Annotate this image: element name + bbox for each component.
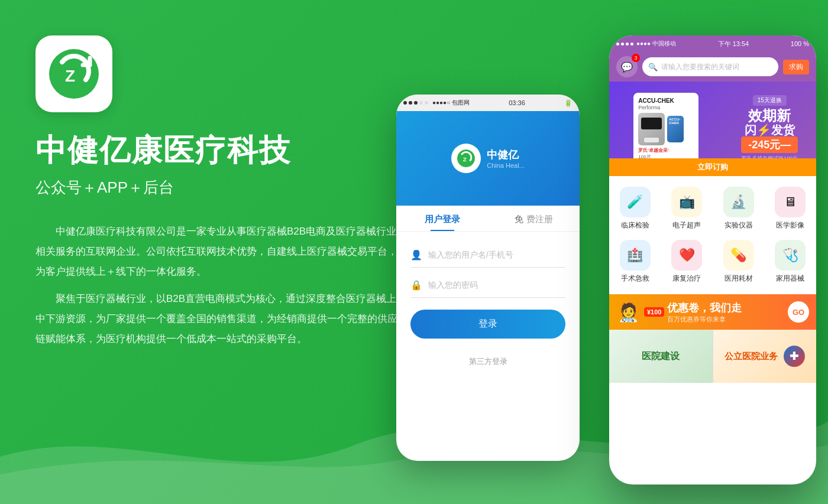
- meter-slot: [644, 138, 659, 142]
- front-status-bar: ●●●● 中国移动 下午 13:54 100 %: [609, 35, 816, 52]
- signal-dot-3: [414, 101, 418, 105]
- company-title: 中健亿康医疗科技: [35, 130, 402, 171]
- login-tabs: 用户登录 免 费注册: [396, 206, 580, 232]
- third-party-login: 第三方登录: [410, 356, 565, 367]
- back-carrier: ●●●●○ 包图网: [432, 99, 470, 107]
- login-body: 👤 输入您的用户名/手机号 🔒 输入您的密码 登录 第三方登录: [396, 232, 580, 379]
- coupon-go-button[interactable]: GO: [788, 301, 809, 323]
- phone-main-app: ●●●● 中国移动 下午 13:54 100 % 💬 3 🔍 请输入您要搜索的关…: [609, 35, 816, 485]
- back-company-sub: China Heal...: [487, 162, 525, 169]
- category-label: 实验仪器: [724, 220, 753, 230]
- user-icon: 👤: [410, 249, 422, 261]
- signal-dots: ●●●●○ 包图网: [403, 99, 470, 107]
- front-nav-bar: 💬 3 🔍 请输入您要搜索的关键词 求购: [609, 52, 816, 82]
- hospital-construction-card[interactable]: 医院建设: [609, 330, 713, 383]
- back-header: Z 中健亿 China Heal...: [396, 111, 580, 206]
- signal-dot-2: [409, 101, 412, 105]
- search-bar[interactable]: 🔍 请输入您要搜索的关键词: [642, 57, 778, 76]
- product-banner: ACCU-CHEK Performa: [609, 82, 816, 176]
- category-icon: 📺: [671, 187, 702, 217]
- category-icon: 🔬: [723, 187, 754, 217]
- signal-2: [621, 43, 624, 45]
- category-icon: 🧪: [620, 187, 651, 217]
- company-subtitle: 公众号＋APP＋后台: [35, 177, 402, 198]
- tab-user-login[interactable]: 用户登录: [396, 206, 488, 231]
- svg-text:Z: Z: [463, 156, 467, 162]
- front-battery: 100 %: [791, 40, 809, 47]
- product-items: [638, 113, 665, 145]
- phones-container: ●●●●○ 包图网 03:36 🔋 Z 中健亿 China Heal...: [384, 0, 828, 504]
- password-placeholder[interactable]: 输入您的密码: [428, 280, 478, 291]
- seek-buy-button[interactable]: 求购: [783, 60, 809, 74]
- promo-title: 效期新: [748, 108, 791, 123]
- signal-1: [616, 43, 619, 45]
- coupon-banner[interactable]: 🧑‍⚕️ ¥100 优惠卷，我们走 百万优惠券等你来拿 GO: [609, 294, 816, 330]
- back-battery: 🔋: [564, 99, 573, 107]
- front-carrier: ●●●● 中国移动: [636, 40, 676, 48]
- accu-chek-products: ACCU-CHEK: [638, 113, 694, 145]
- strip-label: ACCU-CHEK: [667, 116, 684, 126]
- back-logo-svg: Z: [457, 149, 476, 168]
- lock-icon: 🔒: [410, 279, 422, 291]
- category-item[interactable]: 🧪临床检验: [609, 182, 661, 235]
- order-now-button[interactable]: 立即订购: [609, 158, 816, 176]
- category-item[interactable]: 💊医用耗材: [713, 235, 765, 288]
- tab-register-label: 免: [515, 214, 523, 224]
- category-icon: 💊: [723, 240, 754, 271]
- test-strip-items: ACCU-CHEK: [667, 113, 684, 145]
- username-input-row: 👤 输入您的用户名/手机号: [410, 243, 565, 268]
- category-icon: 🏥: [620, 240, 651, 271]
- coupon-character: 🧑‍⚕️: [617, 302, 639, 323]
- desc-para-2: 聚焦于医疗器械行业，以B2B直营电商模式为核心，通过深度整合医疗器械上中下游资源…: [35, 289, 402, 349]
- category-item[interactable]: 🏥手术急救: [609, 235, 661, 288]
- tab-register[interactable]: 免 费注册: [488, 206, 580, 231]
- category-item[interactable]: 📺电子超声: [661, 182, 713, 235]
- coupon-y100: ¥100: [644, 307, 664, 317]
- password-input-row: 🔒 输入您的密码: [410, 274, 565, 298]
- promo-exchange-badge: 15天退换: [753, 95, 787, 106]
- search-icon: 🔍: [648, 63, 658, 71]
- chat-button[interactable]: 💬 3: [616, 56, 638, 77]
- category-item[interactable]: 🖥医学影像: [765, 182, 817, 235]
- category-label: 手术急救: [621, 274, 649, 284]
- category-item[interactable]: ❤️康复治疗: [661, 235, 713, 288]
- search-placeholder: 请输入您要搜索的关键词: [661, 62, 739, 72]
- signal-dot-1: [403, 101, 407, 105]
- promo-title-text: 效期新: [748, 108, 791, 123]
- tab-register-suffix: 费注册: [526, 214, 553, 224]
- signal-dot-5: [425, 101, 428, 105]
- front-signal: ●●●● 中国移动: [616, 40, 676, 48]
- category-icon: 🖥: [775, 187, 806, 217]
- left-content-area: Z 中健亿康医疗科技 公众号＋APP＋后台 中健亿康医疗科技有限公司是一家专业从…: [35, 35, 402, 356]
- back-logo-row: Z 中健亿 China Heal...: [451, 144, 525, 173]
- company-logo-svg: Z: [47, 47, 101, 100]
- accu-chek-brand: ACCU-CHEK: [638, 97, 694, 105]
- meter-screen: [641, 118, 662, 129]
- categories-grid: 🧪临床检验📺电子超声🔬实验仪器🖥医学影像🏥手术急救❤️康复治疗💊医用耗材🩺家用器…: [609, 176, 816, 294]
- accu-chek-tag1: 罗氏'卓越金采': [638, 147, 694, 154]
- back-logo: Z: [451, 144, 481, 173]
- coupon-text-area: 优惠卷，我们走 百万优惠券等你来拿: [667, 301, 742, 324]
- category-label: 家用器械: [776, 274, 804, 284]
- accu-chek-box: ACCU-CHEK Performa: [633, 93, 698, 165]
- test-strip-box: ACCU-CHEK: [667, 116, 684, 142]
- back-company-name: 中健亿: [487, 148, 525, 162]
- login-button[interactable]: 登录: [410, 310, 565, 339]
- back-time: 03:36: [509, 99, 525, 106]
- front-time: 下午 13:54: [718, 40, 749, 48]
- category-item[interactable]: 🔬实验仪器: [713, 182, 765, 235]
- accu-chek-model: Performa: [638, 105, 694, 110]
- username-placeholder[interactable]: 输入您的用户名/手机号: [428, 250, 513, 261]
- promo-sub-text: 闪⚡发货: [745, 123, 795, 136]
- signal-3: [626, 43, 629, 45]
- company-logo-box: Z: [35, 35, 112, 112]
- glucose-meter: [638, 113, 665, 145]
- category-item[interactable]: 🩺家用器械: [765, 235, 817, 288]
- public-hospital-card[interactable]: 公立医院业务 ✚: [713, 330, 817, 383]
- signal-4: [630, 43, 633, 45]
- promo-price: -245元—: [741, 136, 798, 153]
- chat-badge: 3: [632, 54, 640, 62]
- cross-icon: ✚: [784, 346, 805, 367]
- category-label: 康复治疗: [672, 274, 701, 284]
- phone-back-status-bar: ●●●●○ 包图网 03:36 🔋: [396, 95, 580, 111]
